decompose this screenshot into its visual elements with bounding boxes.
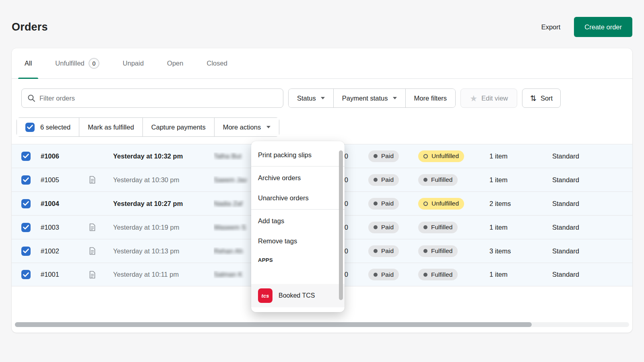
order-number-link[interactable]: #1003 [41,224,89,231]
edit-view-label: Edit view [481,95,508,102]
customer-name-blurred: Waseem S [214,224,246,231]
star-icon: ★ [470,94,477,103]
tabs-bar: All Unfulfilled 0 Unpaid Open Closed [12,48,632,79]
fulfillment-status-badge: Unfulfilled [418,198,464,210]
menu-item-archive-orders[interactable]: Archive orders [251,168,345,188]
menu-item-booked-tcs[interactable]: tcs Booked TCS [251,284,345,307]
sort-button[interactable]: ⇅ Sort [522,88,561,108]
more-filters-label: More filters [414,95,447,102]
payment-status-cell: Paid [349,198,413,210]
more-actions-menu: Print packing slips Archive orders Unarc… [251,141,345,312]
paid-dot-icon [374,249,378,253]
items-count: 1 item [484,271,544,278]
row-checkbox[interactable] [21,223,31,232]
export-button[interactable]: Export [535,19,567,36]
fulfillment-status-cell: Unfulfilled [413,198,484,210]
more-actions-label: More actions [223,123,261,131]
status-filter-label: Status [297,95,316,102]
tab-unpaid-label: Unpaid [123,60,144,67]
items-count: 1 item [484,224,544,231]
payment-status-filter-button[interactable]: Payment status [334,89,406,107]
menu-item-remove-tags[interactable]: Remove tags [251,231,345,251]
fulfillment-status-badge: Fulfilled [418,245,458,257]
capture-payments-button[interactable]: Capture payments [143,118,215,136]
mark-as-fulfilled-button[interactable]: Mark as fulfilled [79,118,143,136]
payment-status-badge: Paid [368,222,399,233]
order-date: Yesterday at 10:27 pm [113,200,214,208]
menu-apps-section-label: APPS [251,251,345,266]
delivery-method: Standard [544,224,623,231]
order-number-link[interactable]: #1005 [41,176,89,184]
tab-closed[interactable]: Closed [205,48,229,79]
fulfillment-status-label: Unfulfilled [431,152,459,160]
tab-open[interactable]: Open [165,48,185,79]
payment-status-badge: Paid [368,174,399,186]
delivery-method: Standard [544,152,623,160]
menu-divider [251,209,345,210]
payment-status-label: Paid [381,152,394,160]
payment-status-badge: Paid [368,150,399,162]
customer-name-blurred: Salman K [214,271,243,278]
order-date: Yesterday at 10:19 pm [113,224,214,231]
delivery-method: Standard [544,176,623,184]
paid-dot-icon [374,273,378,277]
more-actions-button[interactable]: More actions [215,118,279,136]
order-number-link[interactable]: #1002 [41,247,89,255]
row-checkbox[interactable] [21,199,31,208]
search-box [21,88,283,108]
row-checkbox[interactable] [21,175,31,185]
status-filter-button[interactable]: Status [289,89,334,107]
menu-scrollbar-thumb[interactable] [339,150,343,300]
sort-label: Sort [541,95,553,102]
payment-status-cell: Paid [349,150,413,162]
customer-name-blurred: Talha But [214,152,242,160]
horizontal-scrollbar-track[interactable] [15,322,629,327]
payment-status-cell: Paid [349,269,413,280]
row-checkbox[interactable] [21,247,31,256]
tab-all[interactable]: All [23,48,33,79]
row-checkbox[interactable] [21,270,31,279]
order-date: Yesterday at 10:32 pm [113,152,214,160]
selected-count-label: 6 selected [40,123,70,131]
row-checkbox[interactable] [21,152,31,161]
create-order-button[interactable]: Create order [574,17,632,37]
tab-unpaid[interactable]: Unpaid [121,48,145,79]
note-cell [89,247,113,255]
items-count: 3 items [484,247,544,255]
payment-status-cell: Paid [349,245,413,257]
menu-item-unarchive-orders[interactable]: Unarchive orders [251,188,345,208]
tab-unfulfilled-count-badge: 0 [89,58,99,69]
fulfilled-dot-icon [423,178,427,182]
payment-status-badge: Paid [368,245,399,257]
paid-dot-icon [374,202,378,206]
payment-status-cell: Paid [349,222,413,233]
edit-view-button[interactable]: ★ Edit view [460,88,517,108]
paid-dot-icon [374,178,378,182]
fulfillment-status-badge: Unfulfilled [418,150,464,162]
paid-dot-icon [374,225,378,229]
tab-unfulfilled[interactable]: Unfulfilled 0 [54,48,101,79]
bulk-selected-segment[interactable]: 6 selected [17,118,79,136]
active-tab-underline [18,78,38,79]
items-count: 1 item [484,176,544,184]
unfulfilled-ring-icon [423,202,428,206]
note-cell [89,271,113,279]
fulfilled-dot-icon [423,249,427,253]
order-number-link[interactable]: #1004 [41,200,89,208]
payment-status-label: Paid [381,200,394,207]
order-number-link[interactable]: #1006 [41,152,89,160]
note-icon [89,223,96,231]
horizontal-scrollbar-thumb[interactable] [15,322,532,327]
sort-arrows-icon: ⇅ [530,94,537,103]
note-icon [89,271,96,279]
more-filters-button[interactable]: More filters [406,89,456,107]
menu-item-print-packing-slips[interactable]: Print packing slips [251,145,345,165]
order-number-link[interactable]: #1001 [41,271,89,278]
fulfillment-status-label: Unfulfilled [431,200,459,207]
filter-orders-input[interactable] [39,95,277,102]
tab-unfulfilled-label: Unfulfilled [55,60,84,67]
select-all-checkbox[interactable] [25,123,35,132]
fulfillment-status-label: Fulfilled [431,176,452,183]
menu-item-add-tags[interactable]: Add tags [251,211,345,231]
row-checkbox-cell [21,247,41,256]
